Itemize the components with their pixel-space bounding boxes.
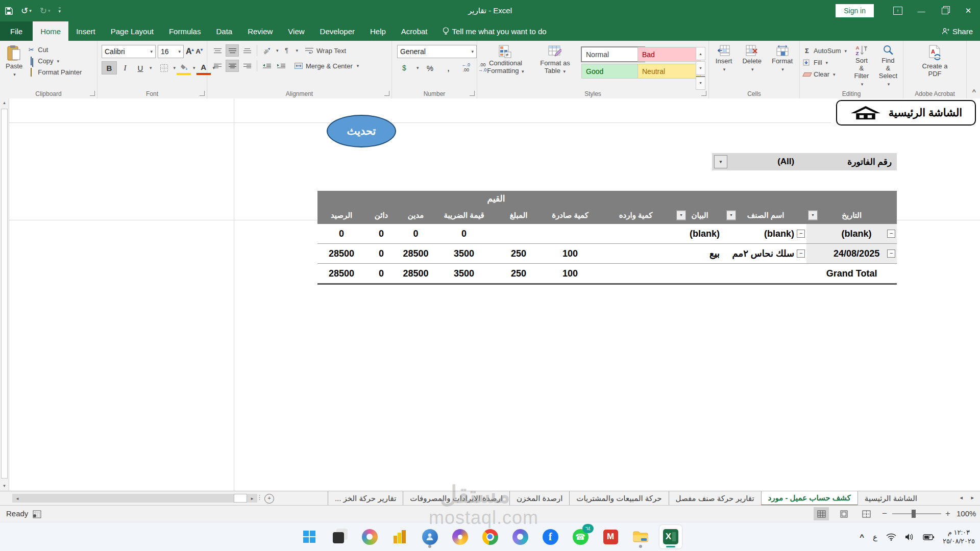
font-size-combo[interactable]: 16▾ — [158, 45, 184, 58]
tab-acrobat[interactable]: Acrobat — [394, 21, 435, 41]
align-left-button[interactable] — [211, 60, 224, 71]
cell-amount[interactable]: 250 — [494, 244, 544, 264]
copy-button[interactable]: Copy▾ — [27, 57, 82, 65]
cell-item[interactable]: −(blank) — [725, 224, 806, 244]
sheet-tab-customer-statement[interactable]: كشف حساب عميل - مورد — [761, 491, 857, 506]
sort-filter-button[interactable]: AZ Sort & Filter ▾ — [850, 43, 873, 90]
tab-file[interactable]: File — [0, 21, 33, 41]
hscroll-left-arrow[interactable]: ◂ — [12, 496, 22, 501]
cell-qty-out[interactable]: 100 — [544, 244, 597, 264]
tab-page-layout[interactable]: Page Layout — [103, 21, 161, 41]
taskbar-app-swirl[interactable] — [509, 525, 531, 548]
underline-button[interactable]: U — [133, 62, 148, 74]
bold-button[interactable]: B — [102, 61, 117, 74]
borders-button[interactable] — [157, 62, 172, 74]
top-align-button[interactable] — [211, 45, 224, 56]
cell-desc[interactable]: (blank) — [675, 224, 725, 244]
volume-icon[interactable] — [905, 533, 914, 541]
cell-balance[interactable]: 28500 — [317, 264, 365, 284]
styles-dialog-launcher[interactable] — [701, 91, 706, 96]
bottom-align-button[interactable] — [241, 45, 253, 56]
styles-scroll-down-button[interactable]: ▾ — [696, 61, 705, 74]
col-header-balance[interactable]: الرصيد — [317, 206, 365, 224]
col-header-desc[interactable]: البيان▾ — [675, 206, 725, 224]
taskbar-app-chrome[interactable] — [479, 525, 501, 548]
conditional-formatting-button[interactable]: ≠ Conditional Formatting ▾ — [482, 43, 529, 90]
col-header-amount[interactable]: المبلغ — [494, 206, 544, 224]
vertical-scroll-thumb[interactable] — [1, 109, 8, 479]
paste-button[interactable]: Paste▾ — [3, 43, 25, 90]
taskbar-app-people[interactable] — [419, 525, 441, 548]
tab-developer[interactable]: Developer — [312, 21, 362, 41]
col-header-debit[interactable]: مدين — [397, 206, 434, 224]
taskbar-app-powerbi[interactable] — [388, 525, 411, 548]
wrap-text-button[interactable]: Wrap Text — [305, 47, 346, 55]
worksheet-area[interactable]: ▴ ▾ الشاشة الرئيسية تحديث رقم الفاتورة (… — [0, 98, 980, 491]
taskbar-app-dark[interactable] — [328, 525, 351, 548]
cell-desc[interactable] — [675, 264, 725, 284]
alignment-dialog-launcher[interactable] — [384, 91, 389, 96]
taskbar-app-loop[interactable] — [358, 525, 381, 548]
cell-desc[interactable]: بيع — [675, 244, 725, 264]
collapse-button[interactable]: − — [797, 230, 805, 238]
page-layout-view-button[interactable] — [836, 507, 851, 520]
collapse-button[interactable]: − — [887, 249, 895, 258]
normal-view-button[interactable] — [814, 507, 829, 520]
cell-qty-out[interactable] — [544, 224, 597, 244]
hscroll-right-arrow[interactable]: ▸ — [247, 496, 257, 501]
number-dialog-launcher[interactable] — [470, 91, 475, 96]
restore-button[interactable] — [933, 0, 957, 21]
tab-home[interactable]: Home — [33, 21, 68, 41]
format-painter-button[interactable]: Format Painter — [27, 68, 82, 76]
zoom-slider-track[interactable] — [892, 513, 941, 514]
styles-more-button[interactable]: ▾ — [696, 76, 705, 90]
taskbar-app-facebook[interactable]: f — [539, 525, 561, 548]
clipboard-dialog-launcher[interactable] — [90, 91, 95, 96]
tab-insert[interactable]: Insert — [68, 21, 103, 41]
comma-style-button[interactable]: , — [442, 62, 456, 74]
cell-tax[interactable]: 3500 — [434, 244, 494, 264]
close-button[interactable]: ✕ — [957, 0, 980, 21]
taskbar-app-avast[interactable] — [449, 525, 471, 548]
home-screen-button[interactable]: الشاشة الرئيسية — [836, 100, 976, 126]
find-select-button[interactable]: Find & Select ▾ — [876, 43, 900, 90]
taskbar-app-excel[interactable]: X — [659, 525, 682, 548]
cell-date[interactable]: −24/08/2025 — [806, 244, 897, 264]
collapse-button[interactable]: − — [797, 249, 805, 258]
cell-debit[interactable]: 0 — [397, 224, 434, 244]
battery-icon[interactable] — [923, 534, 934, 540]
text-direction-button[interactable]: ¶ — [281, 45, 293, 56]
cell-tax[interactable]: 0 — [434, 224, 494, 244]
cell-qty-in[interactable] — [597, 244, 675, 264]
cell-qty-in[interactable] — [597, 224, 675, 244]
cell-amount[interactable] — [494, 224, 544, 244]
format-cells-button[interactable]: Format▾ — [769, 43, 795, 90]
cell-credit[interactable]: 0 — [365, 244, 397, 264]
fill-color-button[interactable] — [177, 61, 191, 75]
start-button[interactable] — [298, 525, 321, 548]
sheet-tab-treasury-reports[interactable]: تقارير حركة الخز ... — [328, 491, 403, 506]
font-name-combo[interactable]: Calibri▾ — [102, 45, 156, 58]
cell-date[interactable]: −(blank) — [806, 224, 897, 244]
refresh-button[interactable]: تحديث — [327, 115, 396, 147]
taskbar-app-gmail[interactable]: M — [599, 525, 622, 548]
col-header-item[interactable]: اسم الصنف▾ — [725, 206, 806, 224]
style-bad[interactable]: Bad — [638, 47, 701, 62]
fill-button[interactable]: Fill▾ — [803, 59, 847, 66]
tab-scroll-left-button[interactable]: ◂ — [960, 494, 963, 501]
tray-chevron-up[interactable]: ^ — [860, 533, 864, 541]
percent-style-button[interactable]: % — [423, 62, 437, 74]
vertical-scrollbar[interactable]: ▴ ▾ — [0, 98, 9, 491]
center-button[interactable] — [226, 60, 239, 72]
col-header-credit[interactable]: دائن — [365, 206, 397, 224]
grand-total-label[interactable]: Grand Total — [806, 264, 897, 284]
style-normal[interactable]: Normal — [581, 47, 645, 62]
cell-credit[interactable]: 0 — [365, 264, 397, 284]
sheet-tab-stock-balances[interactable]: ارصدة المخزن — [509, 491, 569, 506]
insert-cells-button[interactable]: Insert▾ — [713, 43, 735, 90]
zoom-level[interactable]: 100% — [957, 506, 976, 522]
col-header-qty-out[interactable]: كمية صادرة — [544, 206, 597, 224]
orientation-button[interactable]: ab — [261, 45, 273, 56]
sheet-tab-item-movement[interactable]: تقارير حركة صنف مفصل — [669, 491, 761, 506]
style-neutral[interactable]: Neutral — [638, 64, 701, 79]
